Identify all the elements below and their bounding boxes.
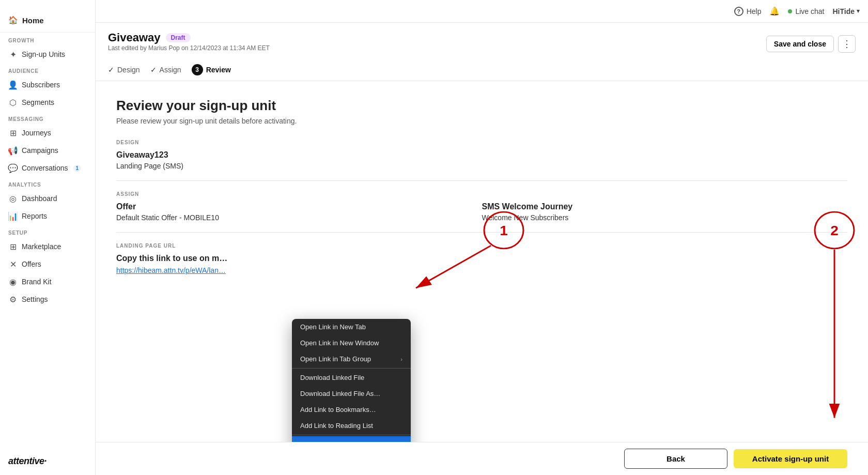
section-label-messaging: MESSAGING xyxy=(0,111,95,124)
context-menu-download[interactable]: Download Linked File xyxy=(292,370,411,386)
tab-group-arrow: › xyxy=(400,356,402,362)
settings-icon: ⚙ xyxy=(8,295,18,304)
sidebar-label-campaigns: Campaigns xyxy=(22,146,58,155)
sidebar-label-settings: Settings xyxy=(22,295,48,303)
header-actions: Save and close ⋮ xyxy=(766,35,856,53)
sidebar-section-messaging: MESSAGING ⊞ Journeys 📢 Campaigns 💬 Conve… xyxy=(0,111,95,177)
journeys-icon: ⊞ xyxy=(8,128,18,137)
sidebar-item-offers[interactable]: ✕ Offers xyxy=(0,255,95,273)
sidebar-item-settings[interactable]: ⚙ Settings xyxy=(0,290,95,308)
review-heading: Review your sign-up unit Please review y… xyxy=(116,98,847,125)
notifications-button[interactable]: 🔔 xyxy=(769,6,780,16)
sidebar-item-subscribers[interactable]: 👤 Subscribers xyxy=(0,76,95,94)
sidebar-home[interactable]: 🏠 Home xyxy=(0,8,95,33)
sidebar-item-conversations[interactable]: 💬 Conversations 1 xyxy=(0,159,95,177)
assign-section-label: ASSIGN xyxy=(116,191,847,197)
section-label-audience: AUDIENCE xyxy=(0,63,95,76)
help-label: Help xyxy=(747,7,762,16)
sidebar-section-audience: AUDIENCE 👤 Subscribers ⬡ Segments xyxy=(0,63,95,111)
top-bar: ? Help 🔔 Live chat HiTide ▾ xyxy=(96,0,868,23)
context-menu-download-as[interactable]: Download Linked File As… xyxy=(292,386,411,402)
sidebar-label-brand-kit: Brand Kit xyxy=(22,278,52,286)
more-options-button[interactable]: ⋮ xyxy=(838,35,856,53)
help-button[interactable]: ? Help xyxy=(734,7,762,16)
url-copy-label: Copy this link to use on m… xyxy=(116,254,847,263)
sidebar-label-dashboard: Dashboard xyxy=(22,194,57,203)
divider-1 xyxy=(116,180,847,181)
sidebar-label-marketplace: Marketplace xyxy=(22,242,61,251)
step-review-label: Review xyxy=(206,66,231,74)
offer-col: Offer Default Static Offer - MOBILE10 xyxy=(116,202,482,222)
sidebar-home-label: Home xyxy=(22,16,44,25)
sidebar-item-segments[interactable]: ⬡ Segments xyxy=(0,94,95,111)
sidebar-section-analytics: ANALYTICS ◎ Dashboard 📊 Reports xyxy=(0,177,95,225)
assign-two-col: Offer Default Static Offer - MOBILE10 SM… xyxy=(116,202,847,222)
sidebar-label-subscribers: Subscribers xyxy=(22,81,60,89)
live-status-dot xyxy=(788,9,792,13)
user-label: HiTide xyxy=(832,7,855,16)
section-label-growth: GROWTH xyxy=(0,33,95,45)
context-menu: Open Link in New Tab Open Link in New Wi… xyxy=(292,319,411,442)
page-title: Giveaway xyxy=(108,31,161,44)
context-divider-2 xyxy=(292,435,411,435)
context-menu-add-bookmarks[interactable]: Add Link to Bookmarks… xyxy=(292,402,411,418)
steps-bar: ✓ Design ✓ Assign 3 Review xyxy=(108,59,856,81)
context-menu-open-tab-group[interactable]: Open Link in Tab Group › xyxy=(292,351,411,367)
reports-icon: 📊 xyxy=(8,211,18,221)
svg-text:1: 1 xyxy=(500,223,508,238)
journey-col: SMS Welcome Journey Welcome New Subscrib… xyxy=(482,202,848,222)
sidebar-label-journeys: Journeys xyxy=(22,129,51,137)
context-divider-1 xyxy=(292,368,411,369)
sidebar-item-journeys[interactable]: ⊞ Journeys xyxy=(0,124,95,142)
step-review-number: 3 xyxy=(192,64,203,75)
live-chat-button[interactable]: Live chat xyxy=(788,7,824,16)
sidebar-item-reports[interactable]: 📊 Reports xyxy=(0,207,95,225)
offer-value: Default Static Offer - MOBILE10 xyxy=(116,213,482,222)
marketplace-icon: ⊞ xyxy=(8,242,18,251)
footer-bar: Back Activate sign-up unit xyxy=(96,442,868,475)
back-button[interactable]: Back xyxy=(624,449,727,469)
sidebar-item-brand-kit[interactable]: ◉ Brand Kit xyxy=(0,273,95,290)
user-menu[interactable]: HiTide ▾ xyxy=(832,7,860,16)
sidebar-bottom: attentive· xyxy=(0,448,95,475)
save-close-button[interactable]: Save and close xyxy=(766,36,834,52)
review-subtitle: Please review your sign-up unit details … xyxy=(116,117,847,125)
segments-icon: ⬡ xyxy=(8,98,18,107)
design-type: Landing Page (SMS) xyxy=(116,162,847,170)
design-check-icon: ✓ xyxy=(108,66,114,74)
step-design-label: Design xyxy=(117,66,140,74)
step-design[interactable]: ✓ Design xyxy=(108,60,150,79)
sign-up-units-icon: ✦ xyxy=(8,50,18,59)
draft-badge: Draft xyxy=(166,33,191,42)
chevron-down-icon: ▾ xyxy=(857,8,860,14)
sidebar-item-marketplace[interactable]: ⊞ Marketplace xyxy=(0,238,95,255)
design-section-label: DESIGN xyxy=(116,140,847,145)
context-menu-open-new-window[interactable]: Open Link in New Window xyxy=(292,335,411,351)
sidebar-label-sign-up-units: Sign-up Units xyxy=(22,50,65,58)
context-menu-add-reading[interactable]: Add Link to Reading List xyxy=(292,418,411,434)
main-area: ? Help 🔔 Live chat HiTide ▾ Giveaway xyxy=(96,0,868,475)
sidebar-item-dashboard[interactable]: ◎ Dashboard xyxy=(0,190,95,207)
activate-button[interactable]: Activate sign-up unit xyxy=(734,449,847,468)
sidebar-item-campaigns[interactable]: 📢 Campaigns xyxy=(0,142,95,159)
sidebar-label-segments: Segments xyxy=(22,98,54,106)
offer-label: Offer xyxy=(116,202,482,211)
sidebar-item-sign-up-units[interactable]: ✦ Sign-up Units xyxy=(0,45,95,63)
context-menu-open-new-tab[interactable]: Open Link in New Tab xyxy=(292,319,411,335)
design-name: Giveaway123 xyxy=(116,150,847,160)
svg-text:2: 2 xyxy=(830,223,839,238)
conversations-badge: 1 xyxy=(73,165,82,172)
sidebar-label-conversations: Conversations xyxy=(22,164,68,172)
journey-value: Welcome New Subscribers xyxy=(482,213,848,222)
url-link[interactable]: https://hibeam.attn.tv/p/eWA/lan… xyxy=(116,266,847,274)
bell-icon: 🔔 xyxy=(769,6,780,16)
sidebar: 🏠 Home GROWTH ✦ Sign-up Units AUDIENCE 👤… xyxy=(0,0,96,475)
step-assign[interactable]: ✓ Assign xyxy=(150,60,192,79)
context-menu-copy-link[interactable]: Copy Link xyxy=(292,436,411,442)
campaigns-icon: 📢 xyxy=(8,146,18,155)
step-review[interactable]: 3 Review xyxy=(192,59,241,81)
main-content: Review your sign-up unit Please review y… xyxy=(96,81,868,442)
divider-2 xyxy=(116,232,847,233)
conversations-icon: 💬 xyxy=(8,163,18,173)
review-title: Review your sign-up unit xyxy=(116,98,847,114)
